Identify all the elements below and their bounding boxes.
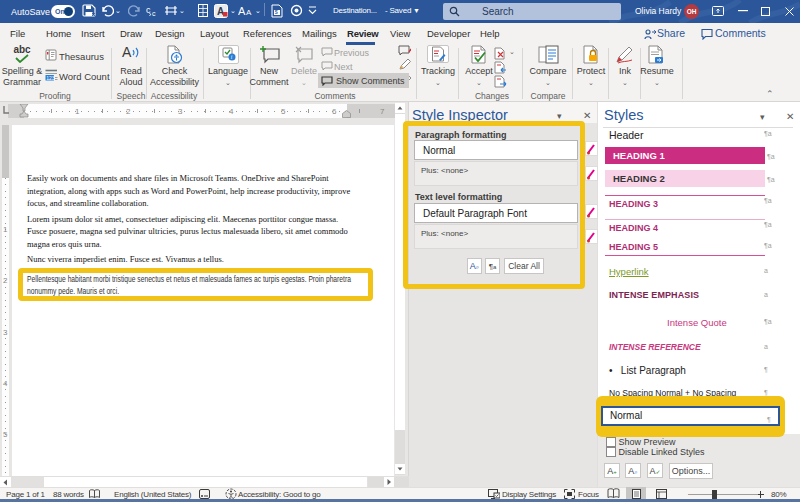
svg-text:c: c — [152, 10, 156, 17]
svg-text:A: A — [238, 5, 246, 17]
svg-text:A: A — [246, 8, 252, 17]
svg-text:123: 123 — [46, 75, 55, 81]
svg-text:S: S — [275, 10, 278, 15]
